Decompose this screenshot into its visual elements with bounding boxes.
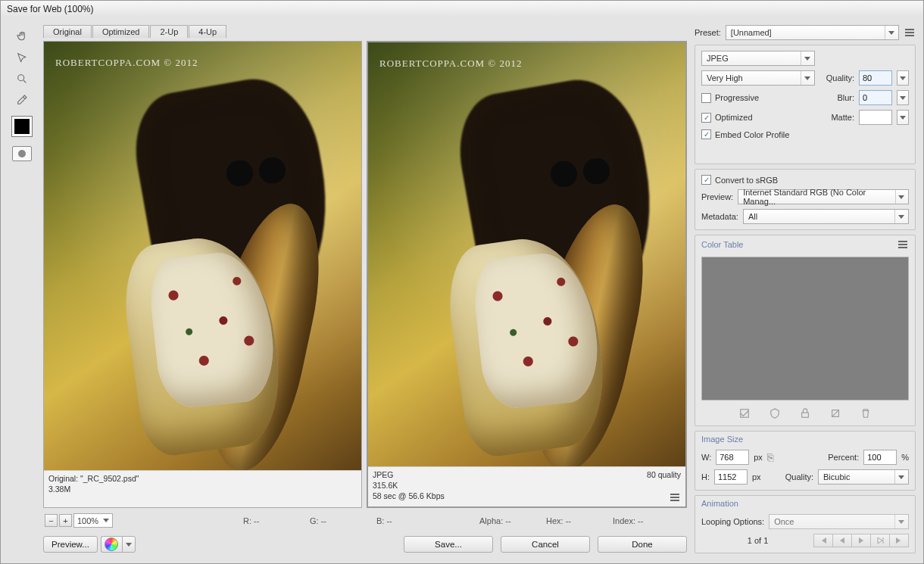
color-table-title: Color Table xyxy=(701,240,743,249)
preset-value: [Unnamed] xyxy=(731,28,772,37)
view-tabs: Original Optimized 2-Up 4-Up xyxy=(43,25,687,38)
looping-value: Once xyxy=(774,517,794,526)
height-input[interactable]: 1152 xyxy=(714,469,748,485)
preview-dropdown[interactable]: Internet Standard RGB (No Color Manag... xyxy=(738,189,909,204)
compression-quality-value: Very High xyxy=(707,73,743,83)
svg-rect-1 xyxy=(741,410,749,418)
frame-counter: 1 of 1 xyxy=(701,536,814,545)
hand-tool[interactable] xyxy=(12,28,32,45)
progressive-checkbox[interactable]: Progressive xyxy=(701,93,759,103)
tab-4up[interactable]: 4-Up xyxy=(189,25,226,38)
original-filesize: 3.38M xyxy=(48,485,357,494)
optimized-download-time: 58 sec @ 56.6 Kbps xyxy=(373,491,445,503)
slice-select-tool[interactable] xyxy=(12,49,32,66)
settings-panel: Preset: [Unnamed] JPEG xyxy=(695,25,916,556)
srgb-label: Convert to sRGB xyxy=(715,176,778,185)
tab-optimized[interactable]: Optimized xyxy=(92,25,150,38)
optimized-image[interactable]: ROBERTCOPPA.COM © 2012 xyxy=(368,42,685,466)
browser-icon[interactable] xyxy=(101,536,122,553)
color-table-menu[interactable] xyxy=(897,238,909,251)
image-size-title: Image Size xyxy=(701,435,743,444)
optimize-menu[interactable] xyxy=(904,26,916,39)
blur-stepper[interactable] xyxy=(897,90,909,105)
height-unit: px xyxy=(752,472,761,481)
tab-2up[interactable]: 2-Up xyxy=(150,25,188,38)
optimized-info: JPEG 80 quality 315.6K 58 sec @ 56.6 Kbp… xyxy=(368,466,685,506)
percent-input[interactable]: 100 xyxy=(863,450,897,465)
toggle-slices-visibility[interactable] xyxy=(12,146,32,161)
save-button[interactable]: Save... xyxy=(404,536,493,553)
prev-frame-button[interactable] xyxy=(832,534,852,547)
metadata-dropdown[interactable]: All xyxy=(743,209,909,224)
quality-input[interactable]: 80 xyxy=(859,70,892,86)
compression-quality-dropdown[interactable]: Very High xyxy=(701,70,815,86)
play-button[interactable] xyxy=(851,534,871,547)
new-color-icon[interactable] xyxy=(830,408,841,420)
next-frame-button[interactable] xyxy=(870,534,890,547)
save-for-web-dialog: Save for Web (100%) Original Optimized 2… xyxy=(0,0,924,564)
zoom-in-button[interactable]: + xyxy=(59,514,72,527)
convert-srgb-checkbox[interactable]: ✓Convert to sRGB xyxy=(701,175,909,185)
original-filename: Original: "_RC_9502.psd" xyxy=(48,474,357,483)
zoom-out-button[interactable]: − xyxy=(45,514,58,527)
optimized-checkbox[interactable]: ✓Optimized xyxy=(701,113,753,123)
optimized-label: Optimized xyxy=(715,113,753,122)
snap-web-icon[interactable] xyxy=(739,408,750,420)
blur-input[interactable]: 0 xyxy=(859,90,892,105)
resample-dropdown[interactable]: Bicubic xyxy=(818,469,909,485)
optimized-quality-readout: 80 quality xyxy=(647,470,681,479)
metadata-label: Metadata: xyxy=(701,212,738,221)
color-table-toolbar xyxy=(701,405,909,420)
color-table[interactable] xyxy=(701,257,909,400)
optimized-filesize: 315.6K xyxy=(373,481,681,490)
download-rate-menu[interactable] xyxy=(669,491,681,503)
animation-title: Animation xyxy=(701,499,738,508)
embed-color-profile-checkbox[interactable]: ✓Embed Color Profile xyxy=(701,129,789,139)
width-unit: px xyxy=(754,453,763,462)
preset-dropdown[interactable]: [Unnamed] xyxy=(726,25,899,40)
client-area: Original Optimized 2-Up 4-Up ROBERTCOPPA… xyxy=(1,17,923,563)
footer-bar: Preview... Save... Cancel Done xyxy=(43,533,687,556)
svg-point-0 xyxy=(18,75,24,81)
preview-value: Internet Standard RGB (No Color Manag... xyxy=(743,188,894,206)
preview-label: Preview: xyxy=(701,192,733,201)
zoom-level-dropdown[interactable]: 100% xyxy=(73,513,113,528)
add-color-icon[interactable] xyxy=(800,408,810,420)
quality-stepper[interactable] xyxy=(897,70,909,86)
last-frame-button[interactable] xyxy=(889,534,909,547)
embed-label: Embed Color Profile xyxy=(715,130,789,139)
preset-label: Preset: xyxy=(695,28,721,37)
lock-color-icon[interactable] xyxy=(769,408,780,420)
cancel-button[interactable]: Cancel xyxy=(501,536,590,553)
first-frame-button[interactable] xyxy=(813,534,833,547)
original-image[interactable]: ROBERTCOPPA.COM © 2012 xyxy=(44,42,361,470)
file-format-value: JPEG xyxy=(707,54,729,63)
constrain-proportions-icon[interactable]: ⎘ xyxy=(767,450,773,465)
matte-swatch[interactable] xyxy=(859,110,892,125)
status-r: R: -- xyxy=(243,516,296,525)
animation-nav xyxy=(814,534,909,547)
width-label: W: xyxy=(701,453,711,462)
resample-value: Bicubic xyxy=(823,472,850,481)
eyedropper-color-swatch[interactable] xyxy=(11,116,33,137)
original-pane: ROBERTCOPPA.COM © 2012 Original: "_RC_95… xyxy=(43,41,362,508)
zoom-tool[interactable] xyxy=(12,70,32,87)
resample-quality-label: Quality: xyxy=(785,472,813,481)
file-format-dropdown[interactable]: JPEG xyxy=(701,51,815,66)
preview-in-browser-button[interactable]: Preview... xyxy=(43,536,98,553)
svg-rect-2 xyxy=(802,413,809,417)
looping-dropdown[interactable]: Once xyxy=(769,514,909,529)
quality-label: Quality: xyxy=(826,73,854,83)
looping-label: Looping Options: xyxy=(701,517,764,526)
width-input[interactable]: 768 xyxy=(716,450,749,465)
status-bar: − + 100% R: -- G: -- B: -- Alpha: -- Hex… xyxy=(43,511,687,530)
percent-unit: % xyxy=(901,453,909,462)
optimized-format: JPEG xyxy=(373,470,393,479)
matte-dropdown[interactable] xyxy=(897,110,909,125)
eyedropper-tool[interactable] xyxy=(12,92,32,108)
optimized-pane: ROBERTCOPPA.COM © 2012 JPEG 80 quality 3… xyxy=(367,41,687,508)
tab-original[interactable]: Original xyxy=(43,25,92,38)
browser-select-dropdown[interactable] xyxy=(122,536,136,553)
delete-color-icon[interactable] xyxy=(860,408,871,420)
done-button[interactable]: Done xyxy=(598,536,687,553)
